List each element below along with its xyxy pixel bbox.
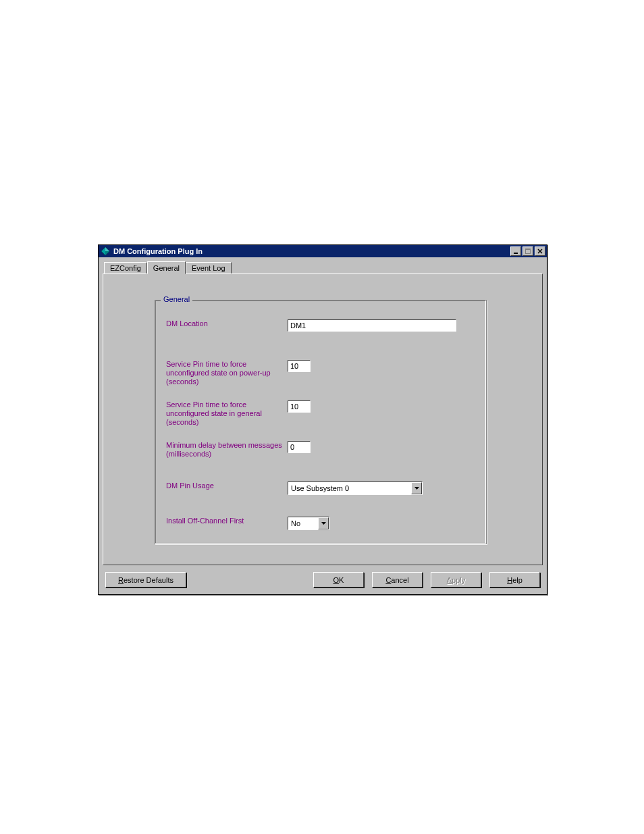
- app-icon: [100, 246, 111, 257]
- tab-label: General: [153, 264, 180, 272]
- titlebar[interactable]: DM Configuration Plug In: [99, 245, 547, 257]
- label-dm-pin-usage: DM Pin Usage: [166, 481, 288, 495]
- tab-eventlog[interactable]: Event Log: [186, 262, 232, 274]
- svg-marker-9: [321, 522, 326, 525]
- row-service-pin-powerup: Service Pin time to force unconfigured s…: [166, 360, 311, 386]
- input-service-pin-general[interactable]: [288, 400, 311, 413]
- input-service-pin-powerup[interactable]: [288, 360, 311, 372]
- button-row: Restore Defaults OK Cancel Apply Help: [103, 572, 543, 588]
- row-dm-location: DM Location: [166, 319, 456, 332]
- tab-general[interactable]: General: [147, 261, 186, 274]
- combo-value: No: [288, 519, 318, 527]
- chevron-down-icon: [411, 482, 422, 494]
- row-dm-pin-usage: DM Pin Usage Use Subsystem 0: [166, 481, 423, 495]
- label-min-delay: Minimum delay between messages (millisec…: [166, 441, 288, 459]
- minimize-button[interactable]: [510, 246, 521, 256]
- tab-label: EZConfig: [110, 264, 141, 272]
- row-min-delay: Minimum delay between messages (millisec…: [166, 441, 311, 459]
- label-service-pin-general: Service Pin time to force unconfigured s…: [166, 400, 288, 427]
- tab-ezconfig[interactable]: EZConfig: [104, 262, 147, 274]
- groupbox-title: General: [161, 295, 192, 303]
- chevron-down-icon: [318, 517, 329, 529]
- ok-button[interactable]: OK: [313, 572, 364, 588]
- svg-marker-2: [105, 251, 109, 255]
- tab-label: Event Log: [192, 264, 225, 272]
- window-title: DM Configuration Plug In: [113, 247, 509, 255]
- input-dm-location[interactable]: [288, 319, 456, 332]
- combo-value: Use Subsystem 0: [288, 484, 411, 492]
- row-install-off-channel: Install Off-Channel First No: [166, 517, 329, 530]
- window-controls: [509, 246, 545, 256]
- row-service-pin-general: Service Pin time to force unconfigured s…: [166, 400, 311, 427]
- svg-rect-5: [525, 249, 531, 250]
- restore-defaults-button[interactable]: Restore Defaults: [105, 572, 186, 588]
- input-min-delay[interactable]: [288, 441, 311, 453]
- tab-strip: EZConfig General Event Log: [104, 262, 543, 274]
- client-area: EZConfig General Event Log General DM Lo…: [99, 257, 547, 594]
- maximize-button: [522, 246, 533, 256]
- cancel-button[interactable]: Cancel: [372, 572, 423, 588]
- apply-button: Apply: [431, 572, 481, 588]
- btn-label: estore Defaults: [124, 576, 173, 584]
- combo-dm-pin-usage[interactable]: Use Subsystem 0: [288, 481, 423, 495]
- groupbox-general: General DM Location Service Pin time to …: [155, 300, 487, 544]
- tab-panel-general: General DM Location Service Pin time to …: [103, 273, 543, 565]
- svg-rect-3: [514, 253, 518, 254]
- label-dm-location: DM Location: [166, 319, 288, 332]
- close-button[interactable]: [535, 246, 545, 256]
- dialog-window: DM Configuration Plug In EZConfig Genera…: [98, 244, 547, 595]
- combo-install-off-channel[interactable]: No: [288, 517, 329, 530]
- svg-marker-1: [105, 247, 109, 251]
- help-button[interactable]: Help: [489, 572, 540, 588]
- svg-marker-8: [414, 487, 419, 490]
- label-install-off-channel: Install Off-Channel First: [166, 517, 288, 530]
- label-service-pin-powerup: Service Pin time to force unconfigured s…: [166, 360, 288, 386]
